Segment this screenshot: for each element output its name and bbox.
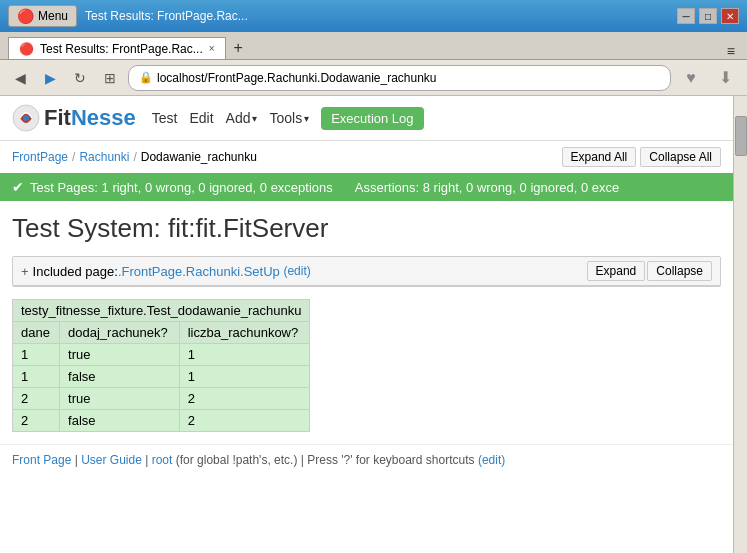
- banner-check-icon: ✔: [12, 179, 24, 195]
- table-row: 1false1: [13, 366, 310, 388]
- tab-close-icon[interactable]: ×: [209, 43, 215, 54]
- breadcrumb-rachunki[interactable]: Rachunki: [79, 150, 129, 164]
- banner-assertions: Assertions: 8 right, 0 wrong, 0 ignored,…: [355, 180, 619, 195]
- banner-text: Test Pages: 1 right, 0 wrong, 0 ignored,…: [30, 180, 333, 195]
- footer-pipe2: |: [145, 453, 148, 467]
- breadcrumb-actions: Expand All Collapse All: [562, 147, 721, 167]
- collapse-button[interactable]: Collapse: [647, 261, 712, 281]
- breadcrumb-frontpage[interactable]: FrontPage: [12, 150, 68, 164]
- test-system-heading: Test System: fit:fit.FitServer: [0, 201, 733, 248]
- nav-test[interactable]: Test: [152, 110, 178, 126]
- fitnesse-logo-icon: [12, 104, 40, 132]
- address-bar: ◀ ▶ ↻ ⊞ 🔒 ♥ ⬇: [0, 60, 747, 96]
- nav-edit[interactable]: Edit: [189, 110, 213, 126]
- table-header-row: danedodaj_rachunek?liczba_rachunkow?: [13, 322, 310, 344]
- fitnesse-header: FitNesse Test Edit Add ▾ Tools ▾ Executi…: [0, 96, 733, 141]
- title-bar: 🔴 Menu Test Results: FrontPage.Rac... ─ …: [0, 0, 747, 32]
- included-page-buttons: Expand Collapse: [587, 261, 712, 281]
- logo-fit: Fit: [44, 105, 71, 130]
- breadcrumb-sep1: /: [72, 150, 75, 164]
- expand-all-button[interactable]: Expand All: [562, 147, 637, 167]
- new-tab-button[interactable]: +: [226, 37, 251, 59]
- table-row: testy_fitnesse_fixture.Test_dodawanie_ra…: [13, 300, 310, 322]
- tab-menu-icon[interactable]: ≡: [727, 43, 739, 59]
- grid-button[interactable]: ⊞: [98, 66, 122, 90]
- page-area: FitNesse Test Edit Add ▾ Tools ▾ Executi…: [0, 96, 733, 553]
- footer-edit[interactable]: (edit): [478, 453, 505, 467]
- footer-userguide[interactable]: User Guide: [81, 453, 142, 467]
- address-input[interactable]: [157, 71, 660, 85]
- menu-button[interactable]: 🔴 Menu: [8, 5, 77, 27]
- window-title: Test Results: FrontPage.Rac...: [85, 9, 669, 23]
- test-banner: ✔ Test Pages: 1 right, 0 wrong, 0 ignore…: [0, 173, 733, 201]
- tab-bar: 🔴 Test Results: FrontPage.Rac... × + ≡: [0, 32, 747, 60]
- download-button[interactable]: ⬇: [711, 64, 739, 92]
- table-row: 1true1: [13, 344, 310, 366]
- test-table-wrap: testy_fitnesse_fixture.Test_dodawanie_ra…: [12, 299, 721, 432]
- included-page-link[interactable]: .FrontPage.Rachunki.SetUp: [118, 264, 280, 279]
- test-table: testy_fitnesse_fixture.Test_dodawanie_ra…: [12, 299, 310, 432]
- included-page-text: Included page:: [33, 264, 118, 279]
- footer-shortcut-desc: Press '?' for keyboard shortcuts: [307, 453, 474, 467]
- minimize-button[interactable]: ─: [677, 8, 695, 24]
- bookmark-button[interactable]: ♥: [677, 64, 705, 92]
- nav-tools-dropdown[interactable]: Tools ▾: [269, 110, 309, 126]
- collapse-icon: +: [21, 264, 29, 279]
- svg-point-1: [23, 115, 29, 121]
- menu-label: Menu: [38, 9, 68, 23]
- included-page-header: + Included page: .FrontPage.Rachunki.Set…: [13, 257, 720, 286]
- maximize-button[interactable]: □: [699, 8, 717, 24]
- collapse-all-button[interactable]: Collapse All: [640, 147, 721, 167]
- nav-links: Test Edit Add ▾ Tools ▾ Execution Log: [152, 107, 424, 130]
- included-page: + Included page: .FrontPage.Rachunki.Set…: [12, 256, 721, 287]
- page-footer: Front Page | User Guide | root (for glob…: [0, 444, 733, 475]
- footer-pipe3: |: [301, 453, 304, 467]
- back-button[interactable]: ◀: [8, 66, 32, 90]
- browser-content: FitNesse Test Edit Add ▾ Tools ▾ Executi…: [0, 96, 747, 553]
- expand-button[interactable]: Expand: [587, 261, 646, 281]
- table-row: 2false2: [13, 410, 310, 432]
- logo-nesse: Nesse: [71, 105, 136, 130]
- breadcrumb-dodawanie: Dodawanie_rachunku: [141, 150, 257, 164]
- fitnesse-logo: FitNesse: [12, 104, 136, 132]
- scrollbar-thumb[interactable]: [735, 116, 747, 156]
- reload-button[interactable]: ↻: [68, 66, 92, 90]
- address-input-wrap: 🔒: [128, 65, 671, 91]
- footer-frontpage[interactable]: Front Page: [12, 453, 71, 467]
- table-row: 2true2: [13, 388, 310, 410]
- logo-text: FitNesse: [44, 105, 136, 131]
- execution-log-button[interactable]: Execution Log: [321, 107, 423, 130]
- footer-root[interactable]: root: [152, 453, 173, 467]
- footer-root-desc: (for global !path's, etc.): [176, 453, 298, 467]
- nav-add-dropdown[interactable]: Add ▾: [226, 110, 258, 126]
- footer-pipe1: |: [75, 453, 78, 467]
- active-tab[interactable]: 🔴 Test Results: FrontPage.Rac... ×: [8, 37, 226, 59]
- forward-button[interactable]: ▶: [38, 66, 62, 90]
- tab-label: Test Results: FrontPage.Rac...: [40, 42, 203, 56]
- breadcrumb-sep2: /: [133, 150, 136, 164]
- window-controls: ─ □ ✕: [677, 8, 739, 24]
- scrollbar[interactable]: [733, 96, 747, 553]
- included-page-edit-link[interactable]: (edit): [283, 264, 310, 278]
- breadcrumb: FrontPage / Rachunki / Dodawanie_rachunk…: [0, 141, 733, 173]
- address-lock-icon: 🔒: [139, 71, 153, 84]
- close-button[interactable]: ✕: [721, 8, 739, 24]
